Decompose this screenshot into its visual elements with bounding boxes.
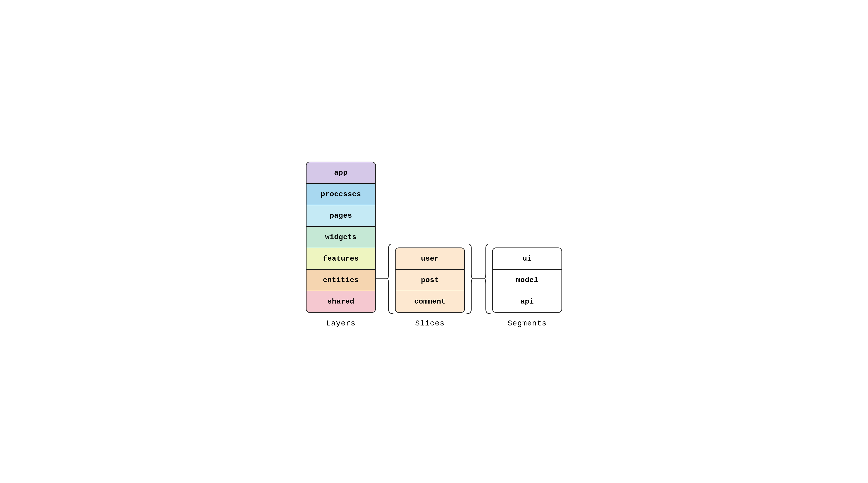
h-line-left [376,279,387,279]
segments-column: ui model api Segments [492,248,562,328]
left-brace-svg [387,244,395,314]
segments-label: Segments [507,319,547,328]
slice-comment: comment [396,291,464,312]
left-brace-segments-svg [484,244,492,314]
slice-user: user [396,248,464,270]
layer-features: features [307,248,375,270]
layer-processes: processes [307,184,375,205]
main-layout: app processes pages widgets features ent… [306,155,562,328]
diagram-container: app processes pages widgets features ent… [288,142,580,341]
layers-column: app processes pages widgets features ent… [306,162,376,328]
layer-widgets: widgets [307,227,375,248]
slices-label: Slices [415,319,445,328]
slices-column: user post comment Slices [395,248,465,328]
layer-entities: entities [307,270,375,291]
layers-to-slices-connector [376,155,395,314]
segment-ui: ui [493,248,561,270]
layers-label: Layers [326,319,356,328]
slices-to-segments-connector [465,244,492,314]
layers-stack: app processes pages widgets features ent… [306,162,376,313]
layer-app: app [307,162,375,184]
layer-shared: shared [307,291,375,312]
layer-pages: pages [307,205,375,227]
segment-api: api [493,291,561,312]
right-brace-svg [465,244,473,314]
h-line-mid [473,279,484,279]
slice-post: post [396,270,464,291]
segment-model: model [493,270,561,291]
segments-stack: ui model api [492,248,562,313]
slices-stack: user post comment [395,248,465,313]
